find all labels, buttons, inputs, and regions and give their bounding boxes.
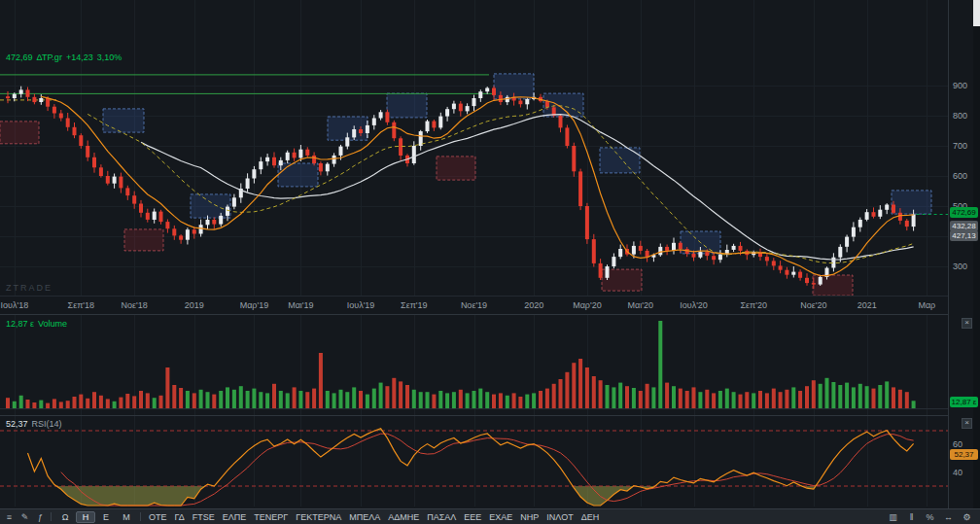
symbol-button[interactable]: ΓΔ xyxy=(171,512,189,522)
pane-separator xyxy=(0,296,948,297)
time-axis[interactable]: Ιουλ'18Σεπ'18Νοε'182019Μαρ'19Μαι'19Ιουλ'… xyxy=(0,297,948,314)
symbol-button[interactable]: ΑΔΜΗΕ xyxy=(384,512,423,522)
trading-chart-app: 472,69ΔΤΡ.gr+14,233,10% 12,87 εVolume 52… xyxy=(0,0,980,524)
rsi-value-badge: 52,37 xyxy=(950,449,978,460)
price-axis[interactable]: 900800700600500400300472,69432,28427,13×… xyxy=(948,0,980,508)
volume-pane-close-button[interactable]: × xyxy=(962,318,972,329)
bottom-toolbar: ≡✎ƒ ΩΗΕΜ ΟΤΕΓΔFTSEΕΛΠΕΤΕΝΕΡΓΓΕΚΤΕΡΝΑΜΠΕΛ… xyxy=(0,508,980,524)
rsi-pane[interactable] xyxy=(0,416,948,507)
toolbar-separator xyxy=(51,512,52,521)
volume-value-badge: 12,87 ε xyxy=(950,397,978,407)
symbol-button[interactable]: ΔΕΗ xyxy=(578,512,604,522)
indicator-icon[interactable]: ƒ xyxy=(34,512,47,522)
timeframe-button-Μ[interactable]: Μ xyxy=(117,511,136,523)
rsi-pane-close-button[interactable]: × xyxy=(962,418,972,429)
scrollbar-track xyxy=(973,0,980,508)
rsi-tick-label: 60 xyxy=(953,439,962,449)
expand-icon[interactable]: ↔ xyxy=(942,512,955,522)
symbol-button[interactable]: ΤΕΝΕΡΓ xyxy=(250,512,292,522)
time-tick-label: Μαρ'20 xyxy=(573,300,602,310)
rsi-legend-value: 52,37 xyxy=(6,419,28,429)
price-tick-label: 600 xyxy=(953,171,967,181)
time-tick-label: Ιουλ'19 xyxy=(347,300,375,310)
ma-value-badge: 427,13 xyxy=(950,230,978,241)
time-tick-label: Σεπ'20 xyxy=(740,300,767,310)
time-tick-label: 2019 xyxy=(185,300,204,310)
last-price-badge: 472,69 xyxy=(950,207,978,218)
price-tick-label: 700 xyxy=(953,141,967,151)
time-tick-label: Ιουλ'18 xyxy=(1,300,29,310)
time-tick-label: 2020 xyxy=(524,300,543,310)
symbol-button[interactable]: ΝΗΡ xyxy=(516,512,542,522)
volume-pane[interactable] xyxy=(0,315,948,415)
symbol-button[interactable]: ΓΕΚΤΕΡΝΑ xyxy=(292,512,345,522)
symbol-button[interactable]: ΕΧΑΕ xyxy=(485,512,516,522)
time-tick-label: Μαρ'19 xyxy=(240,300,269,310)
candlestick-icon[interactable]: ‖ xyxy=(905,512,918,522)
legend-change-pct: 3,10% xyxy=(97,52,122,62)
time-tick-label: Ιουλ'20 xyxy=(680,300,708,310)
percent-icon[interactable]: % xyxy=(924,512,936,522)
price-pane[interactable] xyxy=(0,0,948,296)
time-tick-label: Μαι'19 xyxy=(288,300,313,310)
symbol-button[interactable]: ΕΛΠΕ xyxy=(219,512,251,522)
symbol-button[interactable]: ΜΠΕΛΑ xyxy=(345,512,384,522)
symbol-button[interactable]: ΠΑΣΑΛ xyxy=(423,512,460,522)
symbol-button[interactable]: ΟΤΕ xyxy=(145,512,171,522)
legend-last-price: 472,69 xyxy=(6,52,33,62)
symbol-button[interactable]: FTSE xyxy=(189,512,219,522)
price-legend: 472,69ΔΤΡ.gr+14,233,10% xyxy=(6,52,125,62)
volume-legend-value: 12,87 ε xyxy=(6,319,34,329)
time-tick-label: Νοε'20 xyxy=(800,300,826,310)
price-tick-label: 800 xyxy=(953,111,967,121)
legend-symbol: ΔΤΡ.gr xyxy=(37,52,62,62)
price-tick-label: 300 xyxy=(953,262,967,271)
volume-legend-label: Volume xyxy=(38,319,67,329)
bar-chart-icon[interactable]: ▥ xyxy=(887,512,899,522)
rsi-tick-label: 40 xyxy=(953,468,962,477)
pane-separator[interactable] xyxy=(0,415,980,416)
symbol-button[interactable]: ΙΝΛΟΤ xyxy=(542,512,577,522)
toolbar-separator xyxy=(140,512,141,521)
rsi-legend: 52,37RSI(14) xyxy=(6,419,62,429)
draw-icon[interactable]: ✎ xyxy=(18,512,31,522)
time-tick-label: Νοε'19 xyxy=(461,300,487,310)
time-tick-label: Σεπ'18 xyxy=(68,300,95,310)
rsi-legend-label: RSI(14) xyxy=(32,419,62,429)
time-tick-label: Μαρ xyxy=(918,300,935,310)
time-tick-label: Νοε'18 xyxy=(122,300,148,310)
menu-icon[interactable]: ≡ xyxy=(3,512,16,522)
legend-change: +14,23 xyxy=(66,52,93,62)
symbol-button[interactable]: ΕΕΕ xyxy=(460,512,485,522)
time-tick-label: Μαι'20 xyxy=(628,300,653,310)
price-tick-label: 900 xyxy=(953,81,967,90)
timeframe-button-Ε[interactable]: Ε xyxy=(96,511,116,523)
time-tick-label: 2021 xyxy=(858,300,877,310)
settings-icon[interactable]: ⚙ xyxy=(961,512,973,522)
volume-legend: 12,87 εVolume xyxy=(6,319,71,329)
pane-separator[interactable] xyxy=(0,314,980,315)
scrollbar-thumb[interactable] xyxy=(973,0,980,26)
timeframe-button-Ω[interactable]: Ω xyxy=(55,511,75,523)
timeframe-button-Η[interactable]: Η xyxy=(76,511,95,523)
time-tick-label: Σεπ'19 xyxy=(401,300,428,310)
